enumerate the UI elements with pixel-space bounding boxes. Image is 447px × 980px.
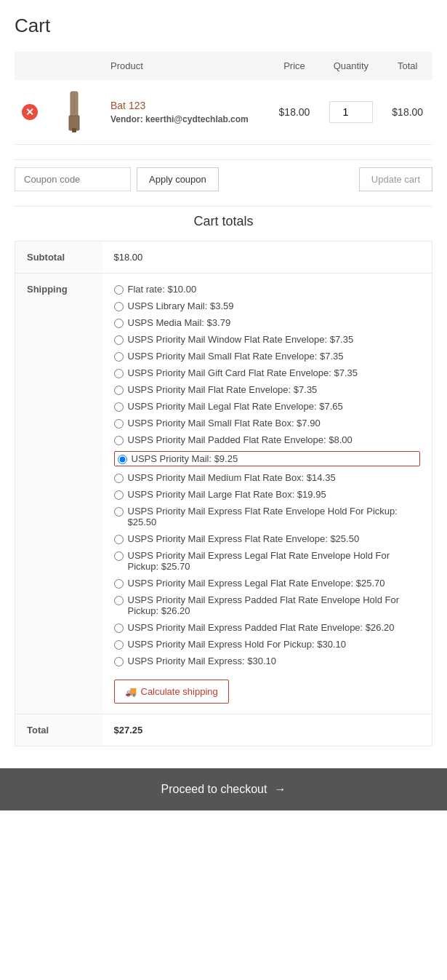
calculate-shipping-label: Calculate shipping [141, 686, 218, 697]
shipping-option: USPS Priority Mail: $9.25 [114, 451, 421, 466]
shipping-option-label: Flat rate: $10.00 [128, 284, 197, 295]
shipping-radio[interactable] [114, 579, 124, 589]
shipping-option: USPS Priority Mail Express Flat Rate Env… [114, 533, 421, 544]
col-header-product: Product [103, 52, 270, 80]
coupon-row: Apply coupon Update cart [15, 159, 432, 207]
coupon-left: Apply coupon [15, 167, 219, 191]
shipping-radio[interactable] [114, 474, 124, 483]
subtotal-value: $18.00 [102, 242, 432, 274]
shipping-radio[interactable] [114, 535, 124, 544]
shipping-option: USPS Priority Mail Legal Flat Rate Envel… [114, 401, 421, 412]
col-header-quantity: Quantity [319, 52, 382, 80]
calculate-shipping-button[interactable]: 🚚 Calculate shipping [114, 680, 229, 704]
shipping-option: USPS Priority Mail Gift Card Flat Rate E… [114, 367, 421, 378]
shipping-radio[interactable] [114, 352, 124, 362]
shipping-radio[interactable] [114, 624, 124, 633]
shipping-radio[interactable] [114, 640, 124, 650]
shipping-radio[interactable] [114, 657, 124, 666]
shipping-option-label: USPS Priority Mail Window Flat Rate Enve… [128, 334, 354, 345]
vendor-label: Vendor: [110, 114, 143, 124]
shipping-option-label: USPS Priority Mail Express: $30.10 [128, 656, 276, 666]
cart-totals-section: Cart totals Subtotal $18.00 Shipping Fla… [15, 207, 432, 754]
total-row: Total $27.25 [15, 714, 432, 746]
page-title: Cart [15, 15, 432, 37]
table-row: ✕ Bat 123 [15, 80, 432, 145]
remove-item-button[interactable]: ✕ [22, 104, 38, 120]
remove-icon: ✕ [22, 104, 38, 120]
product-price: $18.00 [270, 80, 320, 145]
shipping-option-label: USPS Media Mail: $3.79 [128, 317, 231, 328]
shipping-radio[interactable] [114, 335, 124, 345]
shipping-radio[interactable] [114, 302, 124, 311]
shipping-option: USPS Priority Mail Padded Flat Rate Enve… [114, 434, 421, 445]
col-header-price: Price [270, 52, 320, 80]
shipping-option: USPS Priority Mail Small Flat Rate Box: … [114, 418, 421, 429]
product-total: $18.00 [382, 80, 432, 145]
shipping-option-label: USPS Priority Mail Padded Flat Rate Enve… [128, 434, 353, 445]
apply-coupon-button[interactable]: Apply coupon [137, 167, 219, 191]
total-value: $27.25 [102, 714, 432, 746]
shipping-radio[interactable] [114, 319, 124, 328]
shipping-radio[interactable] [114, 419, 124, 429]
shipping-options-cell: Flat rate: $10.00USPS Library Mail: $3.5… [102, 274, 432, 714]
shipping-option: USPS Priority Mail Flat Rate Envelope: $… [114, 384, 421, 395]
shipping-option: USPS Priority Mail Express: $30.10 [114, 656, 421, 666]
product-vendor: Vendor: keerthi@cydtechlab.com [110, 114, 262, 124]
checkout-arrow: → [274, 783, 286, 796]
shipping-option: USPS Media Mail: $3.79 [114, 317, 421, 328]
subtotal-row: Subtotal $18.00 [15, 242, 432, 274]
shipping-radio[interactable] [118, 455, 127, 464]
shipping-option-label: USPS Priority Mail Legal Flat Rate Envel… [128, 401, 343, 412]
checkout-button[interactable]: Proceed to checkout → [0, 768, 447, 810]
shipping-options-list: Flat rate: $10.00USPS Library Mail: $3.5… [114, 284, 421, 666]
shipping-radio[interactable] [114, 369, 124, 378]
shipping-option-label: USPS Priority Mail Large Flat Rate Box: … [128, 489, 326, 500]
shipping-radio[interactable] [114, 402, 124, 412]
shipping-radio[interactable] [114, 490, 124, 500]
shipping-option: USPS Priority Mail Window Flat Rate Enve… [114, 334, 421, 345]
col-header-total: Total [382, 52, 432, 80]
shipping-option-label: USPS Priority Mail Small Flat Rate Envel… [128, 351, 344, 362]
shipping-option-label: USPS Priority Mail Express Legal Flat Ra… [128, 550, 421, 572]
shipping-option: USPS Priority Mail Express Padded Flat R… [114, 594, 421, 616]
shipping-option-label: USPS Priority Mail Gift Card Flat Rate E… [128, 367, 358, 378]
shipping-option: USPS Priority Mail Medium Flat Rate Box:… [114, 472, 421, 483]
checkout-label: Proceed to checkout [161, 783, 267, 796]
shipping-radio[interactable] [114, 436, 124, 445]
shipping-radio[interactable] [114, 596, 124, 605]
product-image [52, 90, 96, 134]
shipping-radio[interactable] [114, 285, 124, 295]
shipping-radio[interactable] [114, 386, 124, 395]
shipping-option-label: USPS Priority Mail Express Legal Flat Ra… [128, 578, 385, 589]
shipping-option-label: USPS Priority Mail Express Padded Flat R… [128, 622, 395, 633]
shipping-radio[interactable] [114, 551, 124, 561]
shipping-option-label: USPS Priority Mail Express Flat Rate Env… [128, 533, 360, 544]
shipping-option: USPS Priority Mail Express Legal Flat Ra… [114, 550, 421, 572]
vendor-email: keerthi@cydtechlab.com [145, 114, 249, 124]
shipping-option-label: USPS Priority Mail Flat Rate Envelope: $… [128, 384, 318, 395]
shipping-option-label: USPS Priority Mail Express Padded Flat R… [128, 594, 421, 616]
checkout-section: Proceed to checkout → [0, 768, 447, 810]
update-cart-button[interactable]: Update cart [359, 167, 432, 191]
coupon-input[interactable] [15, 167, 131, 191]
cart-totals-title: Cart totals [193, 214, 253, 229]
shipping-option: USPS Priority Mail Small Flat Rate Envel… [114, 351, 421, 362]
shipping-option: USPS Priority Mail Express Flat Rate Env… [114, 506, 421, 527]
shipping-option: USPS Priority Mail Express Legal Flat Ra… [114, 578, 421, 589]
cart-table: Product Price Quantity Total ✕ [15, 52, 432, 145]
shipping-label: Shipping [15, 274, 102, 714]
shipping-option-label: USPS Priority Mail Small Flat Rate Box: … [128, 418, 321, 429]
cart-totals-table: Subtotal $18.00 Shipping Flat rate: $10.… [15, 241, 432, 746]
shipping-option: Flat rate: $10.00 [114, 284, 421, 295]
quantity-input[interactable] [329, 101, 373, 123]
product-name-link[interactable]: Bat 123 [110, 100, 145, 111]
shipping-option-label: USPS Priority Mail Express Hold For Pick… [128, 639, 347, 650]
shipping-option: USPS Library Mail: $3.59 [114, 300, 421, 311]
total-label: Total [15, 714, 102, 746]
shipping-radio[interactable] [114, 507, 124, 517]
svg-rect-3 [72, 128, 76, 132]
shipping-option: USPS Priority Mail Large Flat Rate Box: … [114, 489, 421, 500]
shipping-option-label: USPS Priority Mail Medium Flat Rate Box:… [128, 472, 336, 483]
shipping-option: USPS Priority Mail Express Hold For Pick… [114, 639, 421, 650]
shipping-option: USPS Priority Mail Express Padded Flat R… [114, 622, 421, 633]
